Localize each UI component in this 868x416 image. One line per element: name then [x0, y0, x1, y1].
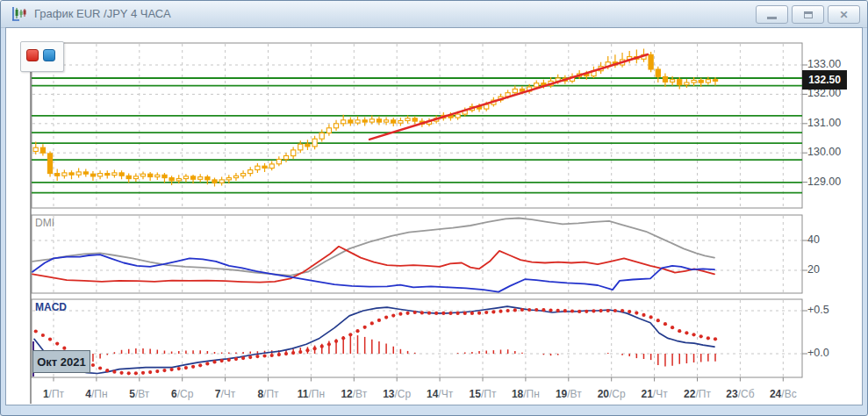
- date-label: 24/Вс: [770, 388, 797, 400]
- dmi-panel-label: DMI: [35, 217, 54, 229]
- month-label: Окт 2021: [32, 350, 90, 373]
- date-label: 5/Вт: [129, 388, 149, 400]
- dmi-axis-label: 40: [807, 233, 820, 246]
- date-label: 11/Пн: [298, 388, 325, 400]
- date-label: 4/Пн: [85, 388, 107, 400]
- macd-axis-label: +0.5: [807, 304, 829, 316]
- date-label: 6/Ср: [171, 388, 193, 400]
- date-label: 7/Чт: [215, 388, 236, 400]
- app-window: График EUR /JPY 4 ЧАСА ✕ 133.00132.00131…: [0, 0, 868, 416]
- date-label: 19/Вт: [556, 388, 582, 400]
- date-label: 14/Чт: [427, 388, 453, 400]
- date-label: 1/Пт: [43, 388, 64, 400]
- price-axis-label: 130.00: [807, 146, 841, 158]
- dmi-axis-label: 20: [807, 263, 820, 276]
- date-label: 21/Чт: [642, 388, 668, 400]
- price-axis-label: 129.00: [807, 176, 841, 188]
- date-label: 22/Пт: [684, 388, 711, 400]
- red-square-button[interactable]: [26, 49, 39, 61]
- date-label: 18/Пн: [512, 388, 540, 400]
- blue-square-button[interactable]: [43, 49, 55, 61]
- date-label: 12/Вт: [341, 388, 367, 400]
- date-label: 23/Сб: [726, 388, 754, 400]
- panel-frames: [32, 43, 802, 377]
- macd-panel-label: MACD: [35, 301, 67, 313]
- date-label: 8/Пт: [257, 388, 278, 400]
- last-price-badge: 132.50: [802, 70, 847, 90]
- date-label: 20/Ср: [598, 388, 626, 400]
- price-axis-label: 133.00: [807, 58, 841, 70]
- chart-canvas: [1, 1, 868, 416]
- chart-mini-toolbar: [20, 41, 64, 72]
- date-label: 15/Пт: [470, 388, 497, 400]
- price-axis-label: 131.00: [807, 117, 841, 129]
- macd-axis-label: +0.0: [807, 347, 829, 359]
- date-label: 13/Ср: [383, 388, 411, 400]
